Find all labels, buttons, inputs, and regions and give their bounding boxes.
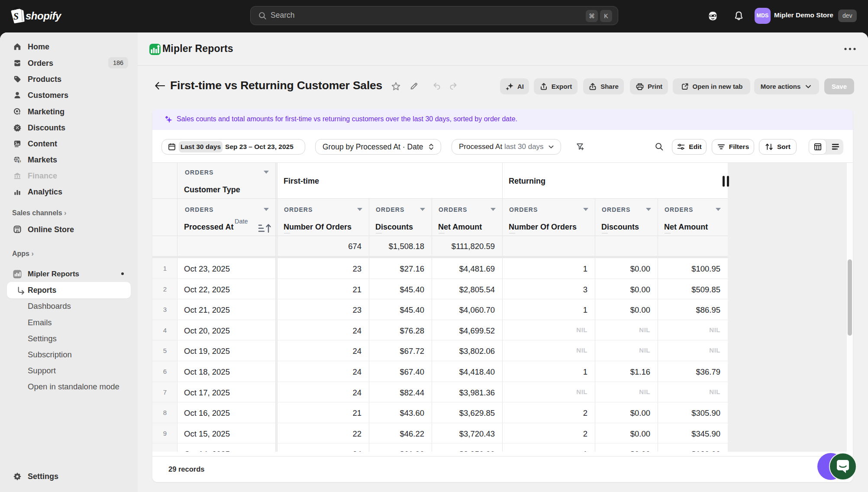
svg-text:shopify: shopify xyxy=(26,10,62,22)
svg-text:$: $ xyxy=(19,159,21,163)
svg-text:S: S xyxy=(13,11,19,22)
